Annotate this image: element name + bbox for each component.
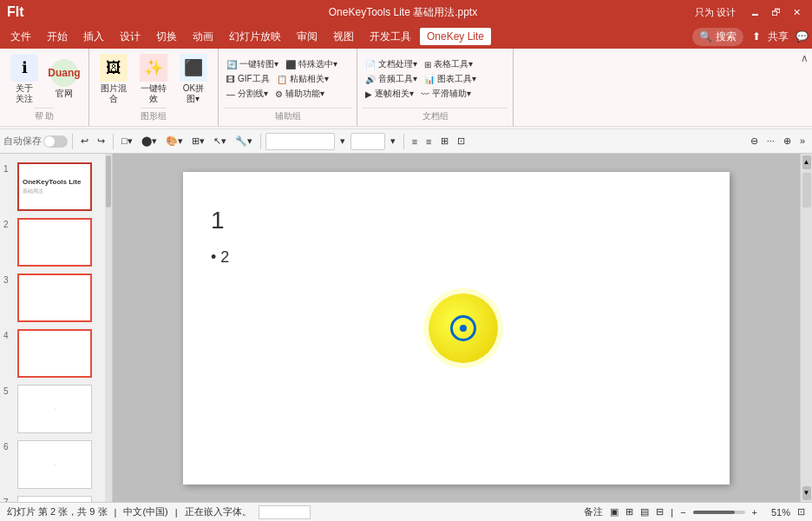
table-label: 表格工具▾ (434, 58, 473, 70)
status-input[interactable] (259, 505, 311, 519)
zoom-plus-btn[interactable]: + (752, 507, 757, 518)
ribbon-collapse[interactable]: ∧ (797, 49, 812, 126)
zoom-pct-label[interactable]: 51% (764, 507, 790, 518)
menu-file[interactable]: 文件 (3, 27, 38, 47)
font-size-input[interactable] (350, 133, 385, 150)
about-btn[interactable]: ℹ 关于关注 (5, 50, 43, 108)
menu-insert[interactable]: 插入 (76, 27, 111, 47)
image-mix-btn[interactable]: 🖼 图片混合 (95, 50, 133, 108)
expand-btn[interactable]: ⊞ (437, 134, 452, 148)
slide-item-7[interactable]: 7 (0, 492, 112, 502)
align-center-btn[interactable]: ≡ (422, 135, 435, 148)
arrange-btn[interactable]: ⊞▾ (188, 134, 208, 148)
slide-item-3[interactable]: 3 (0, 270, 112, 326)
special-select-btn[interactable]: ⬛ 特殊选中▾ (283, 57, 340, 71)
font-size-btn[interactable]: ▾ (337, 134, 349, 148)
slide-thumb-1[interactable]: OneKeyTools Lite 基础用法 (17, 162, 92, 211)
shape-box2[interactable]: ⬤▾ (138, 134, 160, 148)
slide-num-1: 1 (3, 164, 14, 174)
menu-home[interactable]: 开始 (40, 27, 75, 47)
menu-design[interactable]: 设计 (113, 27, 147, 47)
status-bar: 幻灯片 第 2 张，共 9 张 | 中文(中国) | 正在嵌入字体。 备注 ▣ … (0, 502, 812, 521)
right-scrollbar[interactable]: ▲ ▼ (800, 154, 812, 502)
slide-thumb-2[interactable] (17, 218, 92, 267)
color-fill[interactable]: 🎨▾ (162, 134, 187, 148)
slide-thumb-4[interactable] (17, 329, 92, 378)
menu-transition[interactable]: 切换 (149, 27, 184, 47)
slide-item-6[interactable]: 6 · (0, 437, 112, 492)
aux-func-btn[interactable]: ⚙ 辅助功能▾ (272, 87, 327, 101)
gif-tool-btn[interactable]: 🎞 GIF工具 (224, 72, 272, 86)
close-button[interactable]: ✕ (788, 5, 805, 19)
cursor-btn[interactable]: ↖▾ (210, 134, 230, 148)
paste-related-btn[interactable]: 📋 粘贴相关▾ (274, 72, 331, 86)
view-notes-btn[interactable]: ⊟ (656, 506, 664, 518)
tools-btn[interactable]: 🔧▾ (232, 134, 256, 148)
undo-btn[interactable]: ↩ (77, 134, 92, 148)
view-normal-btn[interactable]: ▣ (610, 506, 619, 518)
slide-thumb-6[interactable]: · (17, 440, 92, 489)
ok-puzzle-btn[interactable]: ⬛ OK拼图▾ (174, 50, 213, 108)
minimize-button[interactable]: 🗕 (746, 5, 763, 19)
smooth-btn[interactable]: 〰 平滑辅助▾ (418, 87, 474, 101)
slide-thumb-7[interactable] (17, 496, 92, 502)
menu-onekeylite[interactable]: OneKey Lite (420, 28, 491, 45)
shape-box1[interactable]: □▾ (118, 134, 136, 148)
menu-bar: 文件 开始 插入 设计 切换 动画 幻灯片放映 审阅 视图 开发工具 OneKe… (0, 24, 812, 49)
one-key-effect-btn[interactable]: ✨ 一键特效 (134, 50, 173, 108)
doc-icon: 📄 (365, 60, 376, 69)
audio-tool-btn[interactable]: 🔊 音频工具▾ (363, 72, 420, 86)
align-left-btn[interactable]: ≡ (409, 135, 421, 148)
menu-animation[interactable]: 动画 (186, 27, 220, 47)
share-label[interactable]: 共享 (768, 30, 789, 44)
zoom-out-btn[interactable]: ⊖ (747, 134, 762, 148)
restore-button[interactable]: 🗗 (767, 5, 784, 19)
status-sep-2: | (175, 507, 178, 518)
slide-panel-scrollbar[interactable] (105, 154, 112, 502)
puzzle-label: OK拼图▾ (183, 83, 204, 104)
redo-btn[interactable]: ↪ (94, 134, 108, 148)
notes-btn[interactable]: 备注 (584, 505, 603, 518)
autosave-toggle[interactable] (43, 135, 68, 148)
chart-tool-btn[interactable]: 📊 图表工具▾ (422, 72, 479, 86)
slide-item-2[interactable]: 2 (0, 214, 112, 270)
slide-item-1[interactable]: 1 OneKeyTools Lite 基础用法 (0, 159, 112, 214)
zoom-slider[interactable] (693, 511, 745, 514)
one-key-convert-btn[interactable]: 🔄 一键转图▾ (224, 57, 281, 71)
title-bar: FIt OneKeyTools Lite 基础用法.pptx 只为 设计 🗕 🗗… (0, 0, 812, 24)
audio-label: 音频工具▾ (378, 73, 417, 85)
canvas-area[interactable]: 1 • 2 (113, 154, 800, 502)
slide-item-5[interactable]: 5 · (0, 381, 112, 437)
website-btn[interactable]: Duang 官网 (45, 56, 83, 102)
view-outline-btn[interactable]: ▤ (640, 506, 649, 518)
menu-review[interactable]: 审阅 (290, 27, 324, 47)
menu-view[interactable]: 视图 (326, 27, 361, 47)
font-size-up-btn[interactable]: ▾ (387, 134, 399, 148)
search-icon: 🔍 (699, 30, 712, 43)
select-label: 特殊选中▾ (298, 58, 337, 70)
zoom-bar (693, 511, 745, 514)
slide-thumb-3[interactable] (17, 274, 92, 322)
search-box[interactable]: 🔍 搜索 (692, 28, 743, 46)
menu-developer[interactable]: 开发工具 (363, 27, 418, 47)
more-btn[interactable]: » (796, 134, 809, 148)
font-family-input[interactable] (265, 133, 335, 150)
zoom-pct-btn[interactable]: ··· (763, 134, 778, 148)
fit-btn[interactable]: ⊡ (454, 134, 468, 148)
zoom-minus-btn[interactable]: − (680, 507, 685, 518)
fit-window-btn[interactable]: ⊡ (797, 506, 805, 518)
view-slide-btn[interactable]: ⊞ (625, 506, 633, 518)
divider-btn[interactable]: — 分割线▾ (224, 87, 271, 101)
comment-icon[interactable]: 💬 (796, 30, 809, 43)
zoom-in-btn[interactable]: ⊕ (780, 134, 795, 148)
slide-thumb-5[interactable]: · (17, 385, 92, 433)
doc-process-btn[interactable]: 📄 文档处理▾ (363, 57, 420, 71)
slide-info: 幻灯片 第 2 张，共 9 张 (7, 505, 108, 518)
table-tool-btn[interactable]: ⊞ 表格工具▾ (422, 57, 475, 71)
slide-num-4: 4 (3, 331, 14, 340)
frame-btn[interactable]: ▶ 逐帧相关▾ (363, 87, 416, 101)
menu-slideshow[interactable]: 幻灯片放映 (222, 27, 288, 47)
slide-item-4[interactable]: 4 (0, 326, 112, 381)
convert-label: 一键转图▾ (239, 58, 278, 70)
chart-label: 图表工具▾ (437, 73, 476, 85)
